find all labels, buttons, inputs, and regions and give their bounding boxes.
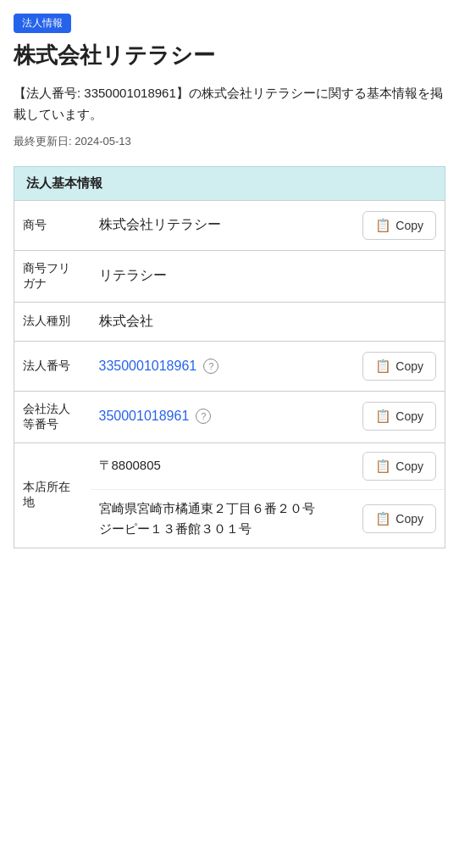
clipboard-icon: 📋 — [375, 218, 391, 233]
row-label: 法人番号 — [14, 341, 91, 391]
address-value: 宮崎県宮崎市橘通東２丁目６番２０号ジーピー１３番館３０１号 — [99, 498, 363, 539]
row-label: 本店所在地 — [14, 442, 91, 548]
row-value-cell: 3350001018961?📋Copy — [91, 342, 445, 391]
cell-value: 350001018961 — [99, 409, 190, 424]
row-value-cell: 〒8800805📋Copy宮崎県宮崎市橘通東２丁目６番２０号ジーピー１３番館３０… — [91, 442, 445, 548]
row-label: 商号 — [14, 200, 91, 250]
row-value-cell: 350001018961?📋Copy — [91, 392, 445, 441]
page-title: 株式会社リテラシー — [14, 42, 445, 70]
copy-label: Copy — [395, 512, 423, 526]
zip-value: 〒8800805 — [99, 458, 363, 474]
copy-label: Copy — [395, 219, 423, 232]
copy-label: Copy — [395, 409, 423, 423]
table-row: 法人種別株式会社 — [14, 302, 445, 341]
value-container: 350001018961? — [99, 409, 357, 424]
help-icon[interactable]: ? — [203, 359, 218, 374]
row-label: 法人種別 — [14, 302, 91, 341]
info-table: 商号株式会社リテラシー📋Copy商号フリガナリテラシー法人種別株式会社法人番号3… — [14, 200, 445, 548]
help-icon[interactable]: ? — [196, 409, 211, 424]
clipboard-icon: 📋 — [375, 359, 391, 374]
clipboard-icon: 📋 — [375, 511, 391, 526]
last-updated: 最終更新日: 2024-05-13 — [14, 134, 445, 149]
copy-address-button[interactable]: 📋Copy — [362, 504, 436, 533]
copy-商号-button[interactable]: 📋Copy — [362, 211, 436, 240]
table-row: 会社法人等番号350001018961?📋Copy — [14, 391, 445, 442]
row-label: 会社法人等番号 — [14, 391, 91, 442]
cell-value: 株式会社リテラシー — [99, 216, 221, 234]
table-row: 法人番号3350001018961?📋Copy — [14, 341, 445, 391]
badge: 法人情報 — [14, 14, 71, 33]
table-row: 商号フリガナリテラシー — [14, 250, 445, 302]
copy-法人番号-button[interactable]: 📋Copy — [362, 352, 436, 381]
copy-label: Copy — [395, 359, 423, 373]
section-header: 法人基本情報 — [14, 166, 445, 200]
value-container: 3350001018961? — [99, 359, 357, 374]
address-detail-row: 宮崎県宮崎市橘通東２丁目６番２０号ジーピー１３番館３０１号📋Copy — [91, 490, 445, 548]
cell-value: 3350001018961 — [99, 359, 197, 374]
copy-zip-button[interactable]: 📋Copy — [362, 452, 436, 481]
copy-label: Copy — [395, 459, 423, 473]
copy-会社法人等番号-button[interactable]: 📋Copy — [362, 402, 436, 431]
table-row: 商号株式会社リテラシー📋Copy — [14, 200, 445, 250]
address-zip-row: 〒8800805📋Copy — [91, 443, 445, 490]
cell-value: リテラシー — [91, 250, 445, 302]
clipboard-icon: 📋 — [375, 409, 391, 424]
cell-value: 株式会社 — [91, 302, 445, 341]
row-label: 商号フリガナ — [14, 250, 91, 302]
page-wrapper: 法人情報 株式会社リテラシー 【法人番号: 3350001018961】の株式会… — [0, 0, 459, 576]
description: 【法人番号: 3350001018961】の株式会社リテラシーに関する基本情報を… — [14, 82, 445, 125]
clipboard-icon: 📋 — [375, 459, 391, 474]
value-container: 株式会社リテラシー — [99, 216, 357, 234]
row-value-cell: 株式会社リテラシー📋Copy — [91, 201, 445, 250]
table-row: 本店所在地〒8800805📋Copy宮崎県宮崎市橘通東２丁目６番２０号ジーピー１… — [14, 442, 445, 548]
